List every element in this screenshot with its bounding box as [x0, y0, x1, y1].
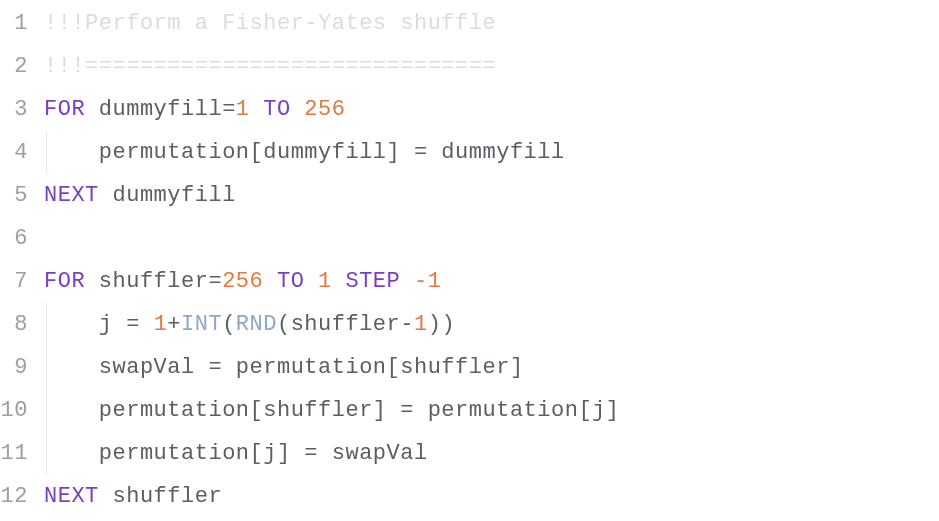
token-ident: swapVal = permutation[shuffler] — [99, 355, 524, 380]
indent — [44, 140, 99, 165]
token-number: 256 — [304, 97, 345, 122]
token-keyword: STEP — [332, 269, 414, 294]
line-number: 6 — [0, 217, 28, 260]
indent — [44, 355, 99, 380]
code-area[interactable]: !!!Perform a Fisher-Yates shuffle!!!====… — [38, 0, 939, 521]
token-ident: shuffler — [99, 484, 222, 509]
code-line[interactable]: !!!Perform a Fisher-Yates shuffle — [44, 2, 939, 45]
line-number-gutter: 123456789101112 — [0, 0, 38, 521]
token-number: 1 — [154, 312, 168, 337]
code-line[interactable]: permutation[dummyfill] = dummyfill — [44, 131, 939, 174]
code-line[interactable]: permutation[shuffler] = permutation[j] — [44, 389, 939, 432]
indent — [44, 312, 99, 337]
indent — [44, 441, 99, 466]
token-op: = — [208, 269, 222, 294]
token-keyword: NEXT — [44, 484, 99, 509]
token-ident: shuffler — [85, 269, 208, 294]
line-number: 5 — [0, 174, 28, 217]
token-func: RND — [236, 312, 277, 337]
code-line[interactable]: NEXT dummyfill — [44, 174, 939, 217]
line-number: 11 — [0, 432, 28, 475]
token-keyword: TO — [250, 97, 305, 122]
code-editor[interactable]: 123456789101112 !!!Perform a Fisher-Yate… — [0, 0, 939, 521]
line-number: 2 — [0, 45, 28, 88]
token-op: - — [400, 312, 414, 337]
token-comment: !!!============================== — [44, 54, 496, 79]
token-op: ( — [222, 312, 236, 337]
code-line[interactable] — [44, 217, 939, 260]
line-number: 7 — [0, 260, 28, 303]
token-func: INT — [181, 312, 222, 337]
token-keyword: TO — [263, 269, 318, 294]
token-op: + — [167, 312, 181, 337]
token-number: -1 — [414, 269, 441, 294]
line-number: 8 — [0, 303, 28, 346]
code-line[interactable]: FOR shuffler=256 TO 1 STEP -1 — [44, 260, 939, 303]
token-comment: !!!Perform a Fisher-Yates shuffle — [44, 11, 496, 36]
code-line[interactable]: FOR dummyfill=1 TO 256 — [44, 88, 939, 131]
line-number: 1 — [0, 2, 28, 45]
token-ident: shuffler — [291, 312, 401, 337]
token-keyword: NEXT — [44, 183, 99, 208]
token-number: 256 — [222, 269, 263, 294]
token-op: )) — [428, 312, 455, 337]
code-line[interactable]: !!!============================== — [44, 45, 939, 88]
token-ident: permutation[shuffler] = permutation[j] — [99, 398, 620, 423]
token-ident: dummyfill — [99, 183, 236, 208]
line-number: 10 — [0, 389, 28, 432]
token-number: 1 — [414, 312, 428, 337]
token-ident: dummyfill — [85, 97, 222, 122]
token-ident: permutation[dummyfill] = dummyfill — [99, 140, 565, 165]
token-op: ( — [277, 312, 291, 337]
code-line[interactable]: swapVal = permutation[shuffler] — [44, 346, 939, 389]
line-number: 4 — [0, 131, 28, 174]
code-line[interactable]: permutation[j] = swapVal — [44, 432, 939, 475]
token-ident: permutation[j] = swapVal — [99, 441, 428, 466]
code-line[interactable]: j = 1+INT(RND(shuffler-1)) — [44, 303, 939, 346]
token-number: 1 — [236, 97, 250, 122]
code-line[interactable]: NEXT shuffler — [44, 475, 939, 518]
token-op: = — [222, 97, 236, 122]
line-number: 12 — [0, 475, 28, 518]
line-number: 3 — [0, 88, 28, 131]
line-number: 9 — [0, 346, 28, 389]
indent — [44, 398, 99, 423]
token-keyword: FOR — [44, 269, 85, 294]
token-ident: j = — [99, 312, 154, 337]
token-keyword: FOR — [44, 97, 85, 122]
token-number: 1 — [318, 269, 332, 294]
